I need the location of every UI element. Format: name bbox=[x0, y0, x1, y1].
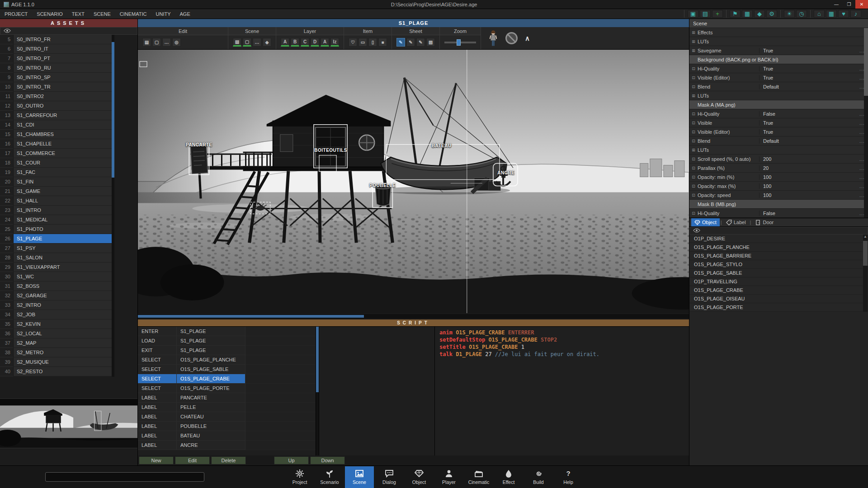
command-input[interactable] bbox=[45, 472, 204, 482]
vehicle-icon[interactable]: ⚙ bbox=[766, 10, 777, 18]
layer-a-icon[interactable]: A bbox=[281, 38, 289, 47]
object-list-item[interactable]: O1P_DESIRE bbox=[689, 235, 863, 243]
script-row[interactable]: SELECTO1S_PLAGE_SABLE bbox=[138, 365, 316, 374]
bell-icon[interactable]: ♪ bbox=[850, 10, 861, 18]
nav-help[interactable]: ?Help bbox=[554, 466, 583, 488]
asset-row[interactable]: 21S1_GAME bbox=[0, 187, 114, 196]
menu-item-cinematic[interactable]: CINEMATIC bbox=[115, 9, 151, 19]
expand-icon[interactable]: ⊞ bbox=[689, 148, 698, 152]
scene-object-label[interactable]: PANCARTE bbox=[186, 142, 212, 147]
maximize-button[interactable]: ❐ bbox=[843, 0, 855, 9]
zoom-slider[interactable] bbox=[444, 42, 476, 43]
add-icon[interactable]: + bbox=[712, 10, 723, 18]
asset-row[interactable]: 10S0_INTRO_TR bbox=[0, 82, 114, 92]
asset-row[interactable]: 11S0_INTRO2 bbox=[0, 92, 114, 101]
asset-row[interactable]: 13S1_CARREFOUR bbox=[0, 111, 114, 120]
nav-dialog[interactable]: Dialog bbox=[375, 466, 404, 488]
scene-object-label[interactable]: BATEAU bbox=[432, 143, 452, 148]
sun-icon[interactable]: ☀ bbox=[784, 10, 795, 18]
asset-row[interactable]: 40S2_RESTO bbox=[0, 367, 114, 376]
pencil-draw-icon[interactable]: ✎ bbox=[406, 38, 415, 47]
asset-row[interactable]: 14S1_CDI bbox=[0, 120, 114, 130]
asset-row[interactable]: 19S1_FAC bbox=[0, 168, 114, 177]
gamepad-icon[interactable]: ◆ bbox=[754, 10, 765, 18]
sheet-grid-icon[interactable]: ▨ bbox=[426, 38, 435, 47]
asset-row[interactable]: 12S0_OUTRO bbox=[0, 101, 114, 111]
object-list-item[interactable]: O1S_PLAGE_PORTE bbox=[689, 303, 863, 312]
viewport-horizontal-scrollbar[interactable] bbox=[138, 314, 689, 319]
property-row[interactable]: ⊞SavegameTrue... bbox=[689, 46, 868, 55]
scrollbar-thumb[interactable] bbox=[112, 42, 114, 178]
expand-icon[interactable]: ⊞ bbox=[689, 39, 698, 44]
asset-row[interactable]: 26S1_PLAGE bbox=[0, 234, 114, 244]
expand-icon[interactable]: ⊡ bbox=[689, 193, 698, 197]
asset-row[interactable]: 27S1_PSY bbox=[0, 244, 114, 253]
asset-row[interactable]: 6S0_INTRO_IT bbox=[0, 44, 114, 54]
property-row[interactable]: ⊡Scroll speed (%, 0 auto)200... bbox=[689, 155, 868, 164]
property-row[interactable]: ⊡BlendDefault... bbox=[689, 136, 868, 145]
nav-cinematic[interactable]: Cinematic bbox=[464, 466, 493, 488]
minimize-button[interactable]: — bbox=[830, 0, 843, 9]
script-row[interactable]: LABELPANCARTE bbox=[138, 393, 316, 403]
object-list-item[interactable]: O1S_PLAGE_OISEAU bbox=[689, 295, 863, 303]
expand-icon[interactable]: ⊡ bbox=[689, 121, 698, 125]
layer-b-icon[interactable]: B bbox=[291, 38, 299, 47]
object-list-scrollbar[interactable]: ▲ bbox=[863, 235, 868, 312]
scene-box-icon[interactable]: ▢ bbox=[243, 38, 251, 47]
object-list-item[interactable]: O1S_PLAGE_PLANCHE bbox=[689, 243, 863, 252]
asset-row[interactable]: 33S2_INTRO bbox=[0, 300, 114, 310]
asset-row[interactable]: 17S1_COMMERCE bbox=[0, 149, 114, 158]
asset-list-scrollbar[interactable] bbox=[112, 35, 114, 377]
script-code[interactable]: anim O1S_PLAGE_CRABE ENTERRERsetDefaultS… bbox=[435, 327, 689, 455]
menu-item-project[interactable]: PROJECT bbox=[0, 9, 32, 19]
property-row[interactable]: ⊡Visible (Editor)True... bbox=[689, 127, 868, 136]
close-button[interactable]: ✕ bbox=[855, 0, 868, 9]
menu-item-scenario[interactable]: SCENARIO bbox=[32, 9, 67, 19]
asset-row[interactable]: 36S2_LOCAL bbox=[0, 329, 114, 338]
expand-icon[interactable]: ⊡ bbox=[689, 139, 698, 143]
nav-effect[interactable]: Effect bbox=[494, 466, 523, 488]
forbidden-icon[interactable] bbox=[505, 32, 518, 44]
asset-row[interactable]: 28S1_SALON bbox=[0, 253, 114, 263]
object-list-item[interactable]: O1S_PLAGE_SABLE bbox=[689, 269, 863, 277]
up-button[interactable]: Up bbox=[274, 456, 309, 465]
expand-icon[interactable]: ⊡ bbox=[689, 211, 698, 216]
door-frame-icon[interactable]: ▯ bbox=[368, 38, 377, 47]
nav-player[interactable]: Player bbox=[434, 466, 463, 488]
asset-row[interactable]: 31S2_BOSS bbox=[0, 282, 114, 291]
property-row[interactable]: ⊡Hi-QualityFalse... bbox=[689, 209, 868, 218]
property-row[interactable]: ⊞Effects bbox=[689, 28, 868, 37]
object-heart-icon[interactable]: ♡ bbox=[349, 38, 357, 47]
layer-a2-icon[interactable]: A bbox=[321, 38, 329, 47]
property-row[interactable]: ⊞LUTs bbox=[689, 145, 868, 155]
property-row[interactable]: ⊡Opacity: speed100... bbox=[689, 191, 868, 200]
script-row[interactable]: LABELCHATEAU bbox=[138, 412, 316, 422]
property-row[interactable]: ⊞LUTs bbox=[689, 37, 868, 46]
pencil-select-icon[interactable]: ✎ bbox=[396, 38, 405, 47]
more-icon[interactable]: … bbox=[162, 38, 171, 47]
expand-icon[interactable]: ⊡ bbox=[689, 112, 698, 116]
script-row[interactable]: SELECTO1S_PLAGE_PLANCHE bbox=[138, 355, 316, 365]
menu-item-age[interactable]: AGE bbox=[175, 9, 195, 19]
property-row[interactable]: ⊡Opacity: max (%)100... bbox=[689, 182, 868, 191]
scene-more-icon[interactable]: … bbox=[253, 38, 261, 47]
tab-label[interactable]: Label bbox=[723, 218, 749, 226]
asset-row[interactable]: 18S1_COUR bbox=[0, 158, 114, 168]
script-row[interactable]: SELECTO1S_PLAGE_PORTE bbox=[138, 384, 316, 393]
asset-row[interactable]: 38S2_METRO bbox=[0, 348, 114, 357]
collapse-icon[interactable]: ∧ bbox=[525, 34, 530, 42]
property-row[interactable]: ⊞LUTs bbox=[689, 91, 868, 100]
solid-icon[interactable]: ■ bbox=[378, 38, 387, 47]
heart-icon[interactable]: ♥ bbox=[838, 10, 849, 18]
scrollbar-thumb[interactable] bbox=[316, 327, 319, 392]
nav-project[interactable]: Project bbox=[285, 466, 314, 488]
asset-row[interactable]: 5S0_INTRO_FR bbox=[0, 35, 114, 44]
save-icon[interactable]: ▣ bbox=[688, 10, 698, 18]
new-button[interactable]: New bbox=[139, 456, 174, 465]
asset-row[interactable]: 29S1_VIEUXAPPART bbox=[0, 263, 114, 272]
asset-row[interactable]: 16S1_CHAPELLE bbox=[0, 139, 114, 149]
down-button[interactable]: Down bbox=[310, 456, 345, 465]
object-list-item[interactable]: O1P_TRAVELLING bbox=[689, 277, 863, 286]
script-row[interactable]: LABELPELLE bbox=[138, 403, 316, 412]
nav-scene[interactable]: Scene bbox=[345, 466, 374, 488]
